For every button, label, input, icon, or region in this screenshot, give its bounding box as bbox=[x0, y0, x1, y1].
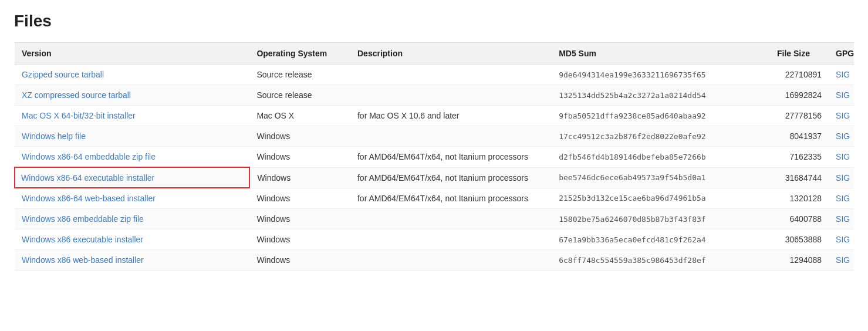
cell-version: Windows x86 executable installer bbox=[15, 229, 249, 250]
cell-version: Windows x86-64 embeddable zip file bbox=[15, 147, 249, 168]
cell-os: Windows bbox=[249, 209, 350, 229]
cell-description bbox=[350, 229, 552, 250]
col-header-description: Description bbox=[350, 43, 552, 65]
cell-gpg: SIG bbox=[829, 147, 854, 168]
version-link[interactable]: Windows x86-64 web-based installer bbox=[22, 194, 156, 203]
table-row: XZ compressed source tarballSource relea… bbox=[15, 85, 854, 106]
cell-md5: 15802be75a6246070d85b87b3f43f83f bbox=[552, 209, 770, 229]
cell-gpg: SIG bbox=[829, 229, 854, 250]
cell-filesize: 30653888 bbox=[770, 229, 829, 250]
cell-md5: 9fba50521dffa9238ce85ad640abaa92 bbox=[552, 106, 770, 126]
cell-gpg: SIG bbox=[829, 250, 854, 271]
version-link[interactable]: Gzipped source tarball bbox=[22, 70, 104, 79]
cell-version: Windows x86 embeddable zip file bbox=[15, 209, 249, 229]
cell-md5: 17cc49512c3a2b876f2ed8022e0afe92 bbox=[552, 126, 770, 147]
cell-description bbox=[350, 250, 552, 271]
cell-os: Windows bbox=[249, 250, 350, 271]
version-link[interactable]: Mac OS X 64-bit/32-bit installer bbox=[22, 111, 136, 120]
cell-filesize: 31684744 bbox=[770, 167, 829, 188]
gpg-link[interactable]: SIG bbox=[836, 152, 850, 161]
cell-gpg: SIG bbox=[829, 106, 854, 126]
cell-os: Mac OS X bbox=[249, 106, 350, 126]
table-row: Windows x86 embeddable zip fileWindows15… bbox=[15, 209, 854, 229]
cell-md5: d2fb546fd4b189146dbefeba85e7266b bbox=[552, 147, 770, 168]
version-link[interactable]: Windows x86 web-based installer bbox=[22, 255, 144, 265]
cell-md5: 9de6494314ea199e3633211696735f65 bbox=[552, 65, 770, 85]
version-link[interactable]: Windows help file bbox=[22, 131, 86, 141]
cell-os: Windows bbox=[249, 126, 350, 147]
cell-description: for Mac OS X 10.6 and later bbox=[350, 106, 552, 126]
table-header-row: Version Operating System Description MD5… bbox=[15, 43, 854, 65]
cell-gpg: SIG bbox=[829, 85, 854, 106]
cell-filesize: 6400788 bbox=[770, 209, 829, 229]
version-link[interactable]: Windows x86-64 executable installer bbox=[21, 173, 154, 183]
col-header-md5: MD5 Sum bbox=[552, 43, 770, 65]
gpg-link[interactable]: SIG bbox=[836, 194, 850, 203]
table-row: Mac OS X 64-bit/32-bit installerMac OS X… bbox=[15, 106, 854, 126]
gpg-link[interactable]: SIG bbox=[836, 111, 850, 120]
cell-gpg: SIG bbox=[829, 188, 854, 209]
cell-filesize: 27778156 bbox=[770, 106, 829, 126]
table-row: Windows x86-64 web-based installerWindow… bbox=[15, 188, 854, 209]
table-row: Windows x86 web-based installerWindows6c… bbox=[15, 250, 854, 271]
gpg-link[interactable]: SIG bbox=[836, 70, 850, 79]
cell-gpg: SIG bbox=[829, 126, 854, 147]
cell-os: Windows bbox=[249, 167, 350, 188]
cell-filesize: 8041937 bbox=[770, 126, 829, 147]
version-link[interactable]: XZ compressed source tarball bbox=[22, 90, 131, 100]
col-header-os: Operating System bbox=[249, 43, 350, 65]
cell-description: for AMD64/EM64T/x64, not Itanium process… bbox=[350, 188, 552, 209]
cell-md5: bee5746dc6ece6ab49573a9f54b5d0a1 bbox=[552, 167, 770, 188]
cell-description bbox=[350, 126, 552, 147]
table-row: Windows x86-64 embeddable zip fileWindow… bbox=[15, 147, 854, 168]
cell-md5: 1325134dd525b4a2c3272a1a0214dd54 bbox=[552, 85, 770, 106]
table-row: Windows x86-64 executable installerWindo… bbox=[15, 167, 854, 188]
cell-filesize: 1320128 bbox=[770, 188, 829, 209]
cell-version: Windows x86-64 executable installer bbox=[15, 167, 249, 188]
gpg-link[interactable]: SIG bbox=[836, 235, 850, 244]
cell-md5: 6c8ff748c554559a385c986453df28ef bbox=[552, 250, 770, 271]
cell-description: for AMD64/EM64T/x64, not Itanium process… bbox=[350, 167, 552, 188]
gpg-link[interactable]: SIG bbox=[836, 214, 850, 224]
table-row: Windows x86 executable installerWindows6… bbox=[15, 229, 854, 250]
cell-version: Windows help file bbox=[15, 126, 249, 147]
cell-os: Windows bbox=[249, 188, 350, 209]
gpg-link[interactable]: SIG bbox=[836, 173, 850, 183]
cell-filesize: 22710891 bbox=[770, 65, 829, 85]
table-row: Windows help fileWindows17cc49512c3a2b87… bbox=[15, 126, 854, 147]
cell-version: Windows x86 web-based installer bbox=[15, 250, 249, 271]
cell-filesize: 7162335 bbox=[770, 147, 829, 168]
cell-filesize: 1294088 bbox=[770, 250, 829, 271]
cell-md5: 67e1a9bb336a5eca0efcd481c9f262a4 bbox=[552, 229, 770, 250]
cell-version: Gzipped source tarball bbox=[15, 65, 249, 85]
cell-description bbox=[350, 209, 552, 229]
cell-gpg: SIG bbox=[829, 209, 854, 229]
cell-description bbox=[350, 85, 552, 106]
col-header-gpg: GPG bbox=[829, 43, 854, 65]
version-link[interactable]: Windows x86 executable installer bbox=[22, 235, 143, 244]
cell-version: Mac OS X 64-bit/32-bit installer bbox=[15, 106, 249, 126]
files-table: Version Operating System Description MD5… bbox=[14, 42, 854, 271]
cell-gpg: SIG bbox=[829, 167, 854, 188]
cell-os: Windows bbox=[249, 229, 350, 250]
cell-os: Source release bbox=[249, 65, 350, 85]
version-link[interactable]: Windows x86-64 embeddable zip file bbox=[22, 152, 156, 161]
cell-version: XZ compressed source tarball bbox=[15, 85, 249, 106]
col-header-version: Version bbox=[15, 43, 249, 65]
gpg-link[interactable]: SIG bbox=[836, 255, 850, 265]
cell-md5: 21525b3d132ce15cae6ba96d74961b5a bbox=[552, 188, 770, 209]
cell-filesize: 16992824 bbox=[770, 85, 829, 106]
table-row: Gzipped source tarballSource release9de6… bbox=[15, 65, 854, 85]
cell-description: for AMD64/EM64T/x64, not Itanium process… bbox=[350, 147, 552, 168]
cell-description bbox=[350, 65, 552, 85]
cell-os: Windows bbox=[249, 147, 350, 168]
version-link[interactable]: Windows x86 embeddable zip file bbox=[22, 214, 144, 224]
gpg-link[interactable]: SIG bbox=[836, 131, 850, 141]
cell-os: Source release bbox=[249, 85, 350, 106]
cell-version: Windows x86-64 web-based installer bbox=[15, 188, 249, 209]
page-title: Files bbox=[14, 12, 854, 31]
col-header-filesize: File Size bbox=[770, 43, 829, 65]
cell-gpg: SIG bbox=[829, 65, 854, 85]
gpg-link[interactable]: SIG bbox=[836, 90, 850, 100]
